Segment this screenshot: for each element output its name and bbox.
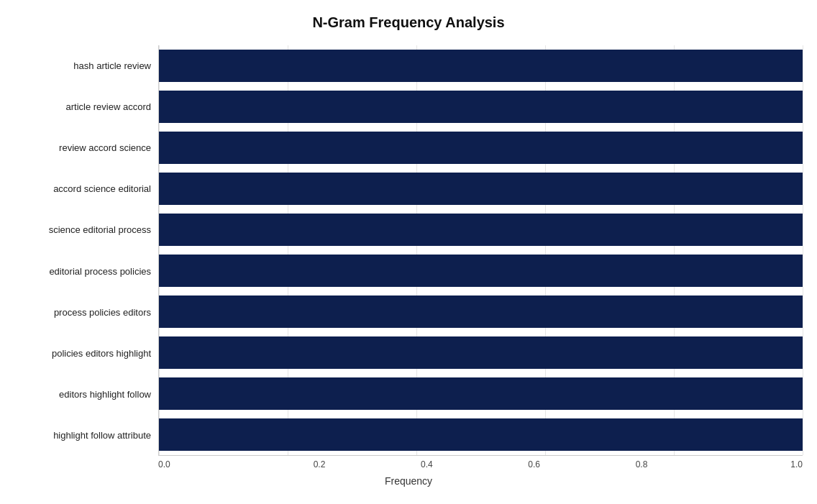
y-label: policies editors highlight — [14, 333, 158, 374]
bar-row — [159, 209, 803, 250]
chart-container: N-Gram Frequency Analysis hash article r… — [0, 0, 817, 504]
bar — [159, 336, 803, 369]
bar-row — [159, 250, 803, 291]
bar — [159, 173, 803, 205]
bar — [159, 295, 803, 328]
x-axis-label: Frequency — [14, 475, 803, 487]
bar-row — [159, 332, 803, 373]
y-label: editorial process policies — [14, 251, 158, 292]
bar-row — [159, 45, 803, 86]
grid-line — [803, 45, 803, 455]
bar — [159, 377, 803, 410]
y-label: accord science editorial — [14, 168, 158, 209]
y-label: science editorial process — [14, 209, 158, 250]
x-tick: 0.6 — [480, 459, 588, 469]
y-label: hash article review — [14, 45, 158, 86]
bar-row — [159, 168, 803, 209]
y-labels: hash article reviewarticle review accord… — [14, 45, 158, 456]
bar-row — [159, 414, 803, 455]
y-label: editors highlight follow — [14, 374, 158, 415]
x-axis: 0.00.20.40.60.81.0 — [14, 459, 803, 469]
bar-row — [159, 86, 803, 127]
y-label: review accord science — [14, 127, 158, 168]
bars-area — [158, 45, 803, 456]
x-tick: 0.4 — [373, 459, 480, 469]
bar-row — [159, 127, 803, 168]
bar — [159, 50, 803, 82]
bar — [159, 255, 803, 287]
plot-area: hash article reviewarticle review accord… — [14, 45, 803, 456]
x-tick: 0.8 — [588, 459, 695, 469]
y-label: process policies editors — [14, 292, 158, 333]
bar — [159, 132, 803, 164]
bar-row — [159, 291, 803, 332]
y-label: highlight follow attribute — [14, 415, 158, 456]
x-tick: 1.0 — [695, 459, 803, 469]
bar — [159, 418, 803, 451]
chart-area: hash article reviewarticle review accord… — [14, 45, 803, 449]
bar-row — [159, 373, 803, 414]
bar — [159, 214, 803, 246]
y-label: article review accord — [14, 86, 158, 127]
x-tick: 0.0 — [158, 459, 265, 469]
chart-title: N-Gram Frequency Analysis — [14, 14, 803, 31]
x-tick: 0.2 — [265, 459, 373, 469]
bar — [159, 91, 803, 123]
